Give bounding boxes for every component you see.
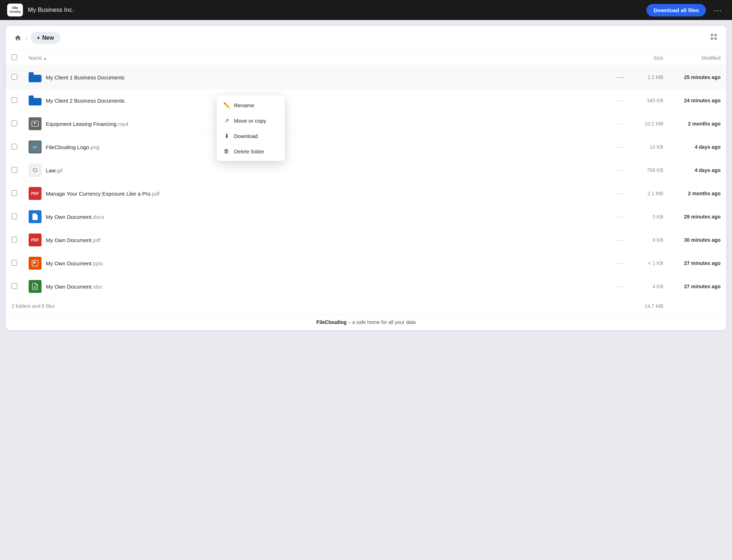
table-row: Equipment Leasing Financing.mp4···10.2 M…: [6, 112, 726, 136]
context-menu-move-copy[interactable]: ↗ Move or copy: [217, 113, 285, 128]
modified-cell: 2 months ago: [669, 182, 726, 205]
file-icon-folder: [29, 71, 42, 84]
name-cell: My Client 1 Business Documents···: [23, 66, 633, 89]
row-checkbox[interactable]: [11, 74, 17, 80]
table-row: PDFMy Own Document.pdf···0 KB30 minutes …: [6, 229, 726, 252]
size-cell: 4 KB: [633, 275, 669, 298]
size-cell: 758 KB: [633, 159, 669, 182]
modified-cell: 27 minutes ago: [669, 275, 726, 298]
file-icon-folder: [29, 94, 42, 107]
name-cell: Law.gif···: [23, 159, 633, 182]
size-cell: 14 KB: [633, 136, 669, 159]
row-more-button[interactable]: ···: [614, 212, 628, 222]
row-more-button[interactable]: ···: [614, 72, 628, 83]
name-cell: My Client 2 Business Documents···: [23, 89, 633, 112]
file-name-text[interactable]: FileClouding Logo.png: [46, 144, 99, 150]
table-row: My Own Document.docx···0 KB29 minutes ag…: [6, 205, 726, 229]
toolbar: › + New: [6, 26, 726, 50]
table-header: Name Size Modified: [6, 50, 726, 66]
file-name-text[interactable]: My Own Document.docx: [46, 214, 104, 220]
name-cell: My Own Document.docx···: [23, 205, 633, 229]
row-more-button[interactable]: ···: [614, 235, 628, 245]
context-menu: ✏️ Rename ↗ Move or copy ⬇ Download 🗑 De…: [217, 95, 285, 161]
size-cell: 345 KB: [633, 89, 669, 112]
row-checkbox[interactable]: [11, 283, 17, 289]
size-cell: 0 KB: [633, 229, 669, 252]
select-all-checkbox[interactable]: [11, 54, 17, 60]
row-checkbox[interactable]: [11, 121, 17, 126]
row-more-button[interactable]: ···: [614, 119, 628, 129]
row-more-button[interactable]: ···: [614, 95, 628, 106]
file-name-cell: FC FileClouding Logo.png: [29, 141, 99, 153]
name-column-header[interactable]: Name: [23, 50, 633, 66]
context-menu-rename[interactable]: ✏️ Rename: [217, 98, 285, 113]
svg-text:File: File: [12, 6, 18, 10]
download-icon: ⬇: [223, 133, 230, 139]
logo: File Clouding: [7, 4, 23, 16]
file-icon-gif: [29, 164, 42, 177]
file-name-text[interactable]: My Own Document.pptx: [46, 260, 103, 266]
row-checkbox[interactable]: [11, 167, 17, 173]
file-name-text[interactable]: My Client 1 Business Documents: [46, 74, 125, 80]
table-row: My Client 2 Business Documents···345 KB2…: [6, 89, 726, 112]
table-row: FC FileClouding Logo.png···14 KB4 days a…: [6, 136, 726, 159]
row-checkbox[interactable]: [11, 144, 17, 149]
delete-icon: 🗑: [223, 148, 230, 154]
size-column-header: Size: [633, 50, 669, 66]
table-row: PDFManage Your Currency Exposure Like a …: [6, 182, 726, 205]
context-menu-download[interactable]: ⬇ Download: [217, 128, 285, 144]
row-checkbox[interactable]: [11, 213, 17, 219]
file-icon-docx: [29, 210, 42, 223]
download-all-button[interactable]: Download all files: [646, 4, 706, 16]
new-button[interactable]: + New: [30, 32, 60, 44]
app-title: My Business Inc.: [28, 6, 641, 14]
grid-view-button[interactable]: [708, 31, 719, 44]
header-more-icon[interactable]: ···: [711, 5, 725, 16]
row-checkbox[interactable]: [11, 97, 17, 103]
brand-name: FileClouding: [316, 319, 347, 325]
modified-cell: 30 minutes ago: [669, 229, 726, 252]
name-cell: PDFManage Your Currency Exposure Like a …: [23, 182, 633, 205]
file-name-text[interactable]: Equipment Leasing Financing.mp4: [46, 121, 128, 127]
file-name-text[interactable]: Manage Your Currency Exposure Like a Pro…: [46, 191, 160, 197]
modified-cell: 25 minutes ago: [669, 66, 726, 89]
modified-cell: 27 minutes ago: [669, 252, 726, 275]
table-row: Law.gif···758 KB4 days ago: [6, 159, 726, 182]
svg-rect-10: [33, 261, 35, 264]
file-name-text[interactable]: My Own Document.pdf: [46, 237, 101, 243]
row-checkbox[interactable]: [11, 190, 17, 196]
row-more-button[interactable]: ···: [614, 142, 628, 152]
context-menu-delete[interactable]: 🗑 Delete folder: [217, 144, 285, 159]
modified-cell: 29 minutes ago: [669, 205, 726, 229]
select-all-header[interactable]: [6, 50, 23, 66]
home-button[interactable]: [13, 33, 23, 43]
modified-cell: 24 minutes ago: [669, 89, 726, 112]
name-cell: My Own Document.xlsx···: [23, 275, 633, 298]
rename-icon: ✏️: [223, 102, 230, 109]
file-icon-xlsx: [29, 280, 42, 293]
file-icon-pdf: PDF: [29, 234, 42, 246]
header: File Clouding My Business Inc. Download …: [0, 0, 732, 20]
row-checkbox[interactable]: [11, 260, 17, 266]
file-name-text[interactable]: My Own Document.xlsx: [46, 284, 102, 290]
name-cell: PDFMy Own Document.pdf···: [23, 229, 633, 252]
new-plus-icon: +: [37, 35, 40, 41]
file-name-cell: PDFManage Your Currency Exposure Like a …: [29, 187, 160, 200]
row-more-button[interactable]: ···: [614, 281, 628, 292]
file-name-text[interactable]: My Client 2 Business Documents: [46, 98, 125, 104]
file-name-text[interactable]: Law.gif: [46, 167, 63, 173]
modified-cell: 2 months ago: [669, 112, 726, 136]
table-row: My Own Document.xlsx···4 KB27 minutes ag…: [6, 275, 726, 298]
size-cell: 0 KB: [633, 205, 669, 229]
row-more-button[interactable]: ···: [614, 165, 628, 176]
row-more-button[interactable]: ···: [614, 258, 628, 269]
size-cell: 10.2 MB: [633, 112, 669, 136]
logo-box: File Clouding: [7, 4, 23, 16]
modified-column-header: Modified: [669, 50, 726, 66]
row-more-button[interactable]: ···: [614, 188, 628, 199]
move-copy-icon: ↗: [223, 117, 230, 124]
file-icon-mp4: [29, 117, 42, 130]
size-cell: 2.1 MB: [633, 182, 669, 205]
name-cell: FC FileClouding Logo.png···: [23, 136, 633, 159]
row-checkbox[interactable]: [11, 237, 17, 242]
